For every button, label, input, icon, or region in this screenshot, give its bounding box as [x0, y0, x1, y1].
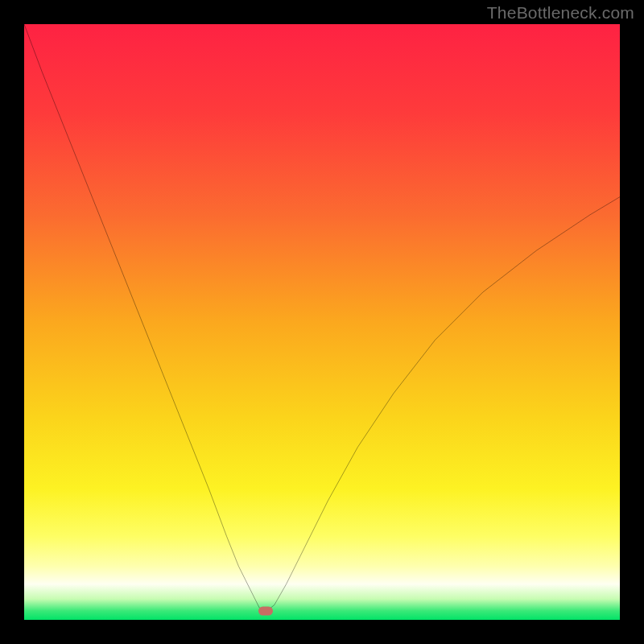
background-gradient: [24, 24, 620, 620]
chart-frame: TheBottleneck.com: [0, 0, 644, 644]
svg-rect-0: [24, 24, 620, 620]
plot-area: [24, 24, 620, 620]
watermark-text: TheBottleneck.com: [487, 3, 634, 23]
optimal-marker: [258, 606, 273, 615]
